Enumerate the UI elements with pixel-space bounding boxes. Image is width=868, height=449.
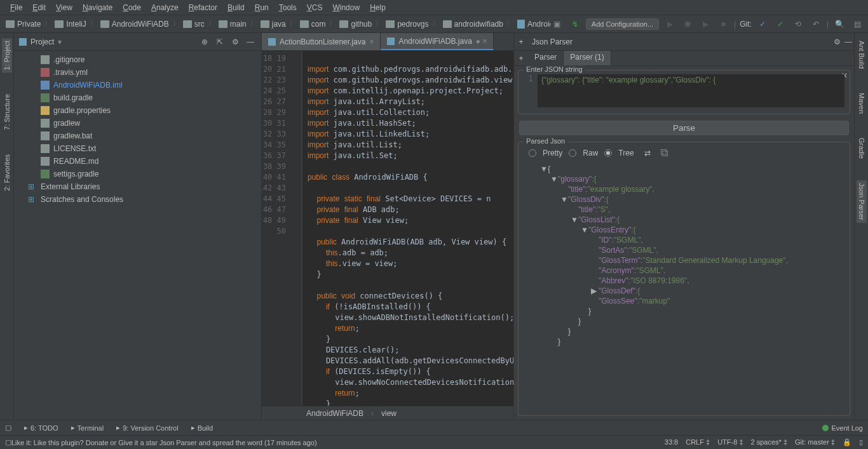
parser-tab[interactable]: Parser (1) [564, 51, 611, 65]
json-tree-row[interactable]: } [529, 316, 839, 326]
tree-arrow-icon[interactable]: ▶ [591, 286, 599, 296]
menu-tools[interactable]: Tools [274, 0, 302, 15]
hide-icon[interactable]: — [843, 36, 854, 48]
json-input[interactable]: {"glossary": {"title": "example glossary… [538, 74, 844, 107]
dropdown-icon[interactable]: ▾ [58, 37, 62, 46]
breadcrumb-item[interactable]: java [259, 20, 288, 29]
rail-maven[interactable]: Maven [857, 90, 867, 116]
expand-icon[interactable]: ⇄ [644, 149, 651, 157]
hammer-icon[interactable]: ↯ [568, 17, 582, 31]
json-tree-row[interactable]: "GlossSee": "markup" [529, 296, 839, 306]
json-tree-row[interactable]: } [529, 326, 839, 337]
breadcrumb-item[interactable]: src [181, 20, 207, 29]
editor-tab[interactable]: ActionButtonListener.java× [262, 33, 381, 50]
locate-icon[interactable]: ⊕ [199, 36, 210, 48]
git-commit-icon[interactable]: ✓ [773, 17, 787, 31]
radio-tree[interactable] [604, 149, 612, 157]
parser-tab[interactable]: Parser [528, 51, 564, 65]
breadcrumb-item[interactable]: InteliJ [53, 20, 88, 29]
rail-2-favorites[interactable]: 2: Favorites [2, 152, 12, 193]
code-area[interactable]: import com.github.pedrovgs.androidwifiad… [302, 51, 513, 406]
menu-navigate[interactable]: Navigate [78, 0, 118, 15]
breadcrumb-item[interactable]: AndroidWiFiADB [98, 20, 171, 29]
tree-arrow-icon[interactable]: ▼ [571, 215, 578, 225]
tool-terminal[interactable]: ▸ Terminal [71, 424, 104, 432]
tool-build[interactable]: ▸ Build [191, 424, 213, 432]
menu-analyze[interactable]: Analyze [146, 0, 184, 15]
inspect-icon[interactable]: ▯ [859, 438, 863, 446]
lock-icon[interactable]: 🔒 [843, 438, 851, 446]
menu-build[interactable]: Build [222, 0, 250, 15]
breadcrumb-item[interactable]: github [337, 20, 374, 29]
tree-item[interactable]: .travis.yml [14, 66, 261, 79]
breadcrumb-item[interactable]: Private [4, 20, 43, 29]
tree-item[interactable]: gradle.properties [14, 104, 261, 117]
tool-9-version-control[interactable]: ▸ 9: Version Control [116, 424, 178, 432]
tool-6-todo[interactable]: ▸ 6: TODO [24, 424, 58, 432]
menu-code[interactable]: Code [118, 0, 146, 15]
add-parser-tab[interactable]: + [514, 51, 528, 65]
json-tree-row[interactable]: ▼ "GlossList": { [529, 215, 839, 225]
menu-window[interactable]: Window [327, 0, 365, 15]
git-revert-icon[interactable]: ↶ [809, 17, 823, 31]
json-tree-row[interactable]: ▼ "GlossDiv": { [529, 194, 839, 204]
git-branch[interactable]: Git: master ‡ [795, 438, 835, 446]
menu-view[interactable]: View [51, 0, 78, 15]
indent[interactable]: 2 spaces* ‡ [751, 438, 788, 446]
menu-edit[interactable]: Edit [27, 0, 51, 15]
radio-pretty[interactable] [529, 149, 536, 157]
json-tree-row[interactable]: "title": "example glossary", [529, 184, 839, 194]
editor-breadcrumb[interactable]: AndroidWiFiADB › view [262, 406, 513, 420]
gear-icon[interactable]: ⚙ [831, 36, 843, 48]
run-config-dropdown[interactable]: Add Configuration... [586, 18, 659, 30]
tree-arrow-icon[interactable]: ▼ [540, 164, 548, 174]
json-tree-row[interactable]: } [529, 306, 839, 316]
tree-item[interactable]: LICENSE.txt [14, 142, 261, 155]
fold-gutter[interactable] [292, 51, 302, 406]
git-update-icon[interactable]: ✓ [756, 17, 770, 31]
copy-icon[interactable]: ⿻ [661, 149, 668, 157]
json-tree-row[interactable]: "GlossTerm": "Standard Generalized Marku… [529, 255, 839, 265]
tree-item[interactable]: settigs.gradle [14, 168, 261, 180]
debug-icon[interactable]: ⬢ [681, 17, 695, 31]
hide-icon[interactable]: — [245, 36, 256, 48]
target-icon[interactable]: ▣ [550, 17, 564, 31]
breadcrumb-item[interactable]: AndroidWiFiADB.java [515, 20, 550, 29]
json-tree-row[interactable]: "title": "S", [529, 204, 839, 215]
breadcrumb-item[interactable]: pedrovgs [384, 20, 430, 29]
json-tree-row[interactable]: "SortAs": "SGML", [529, 245, 839, 255]
rail-7-structure[interactable]: 7: Structure [2, 91, 12, 133]
collapse-icon[interactable]: ⇱ [214, 36, 226, 48]
caret-position[interactable]: 33:8 [665, 438, 678, 446]
git-history-icon[interactable]: ⟲ [791, 17, 805, 31]
json-tree-row[interactable]: "Acronym": "SGML", [529, 265, 839, 276]
ide-settings-icon[interactable]: ▤ [850, 17, 864, 31]
menu-vcs[interactable]: VCS [302, 0, 328, 15]
menu-refactor[interactable]: Refactor [184, 0, 222, 15]
json-tree-row[interactable]: "Abbrev": "ISO 8879:1986", [529, 276, 839, 286]
run-icon[interactable]: ▶ [663, 17, 677, 31]
json-tree-row[interactable]: } [529, 337, 839, 347]
tree-arrow-icon[interactable]: ▼ [581, 225, 588, 235]
menu-help[interactable]: Help [365, 0, 391, 15]
encoding[interactable]: UTF-8 ‡ [717, 438, 743, 446]
tree-arrow-icon[interactable]: ▼ [560, 194, 568, 204]
menu-run[interactable]: Run [250, 0, 274, 15]
close-tab-icon[interactable]: × [369, 37, 374, 46]
tree-item[interactable]: ⊞Scratches and Consoles [14, 193, 261, 206]
project-tree[interactable]: .gitignore.travis.ymlAndroidWiFiADB.imlb… [14, 51, 261, 420]
gear-icon[interactable]: ⚙ [229, 36, 241, 48]
breadcrumb-item[interactable]: com [298, 20, 328, 29]
tree-item[interactable]: .gitignore [14, 53, 261, 66]
search-icon[interactable]: 🔍 [832, 17, 846, 31]
menu-file[interactable]: File [5, 0, 27, 15]
tree-item[interactable]: build.gradle [14, 91, 261, 104]
json-tree-row[interactable]: ▼ "GlossEntry": { [529, 225, 839, 235]
line-separator[interactable]: CRLF ‡ [686, 438, 710, 446]
tree-item[interactable]: gradlew.bat [14, 130, 261, 142]
coverage-icon[interactable]: ▶ [698, 17, 712, 31]
json-tree-row[interactable]: ▶ "GlossDef": { [529, 286, 839, 296]
stop-icon[interactable]: ■ [716, 17, 730, 31]
rail-gradle[interactable]: Gradle [857, 135, 867, 161]
rail-ant-build[interactable]: Ant Build [857, 38, 867, 71]
